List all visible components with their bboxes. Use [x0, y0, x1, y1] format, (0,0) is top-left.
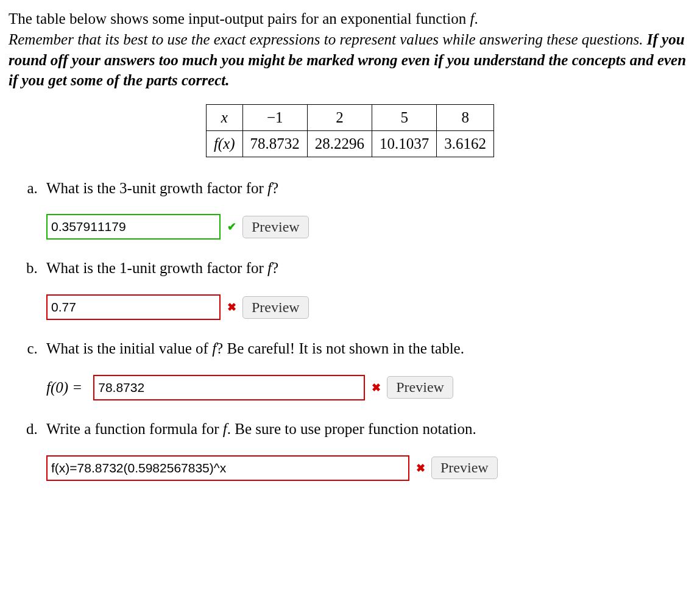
- question-d: Write a function formula for f. Be sure …: [41, 419, 691, 481]
- answer-input-b[interactable]: [46, 294, 221, 320]
- question-b: What is the 1-unit growth factor for f? …: [41, 258, 691, 320]
- table-val-3: 3.6162: [437, 130, 494, 157]
- preview-button[interactable]: Preview: [242, 216, 309, 238]
- preview-button[interactable]: Preview: [242, 296, 309, 319]
- preview-button[interactable]: Preview: [387, 376, 453, 399]
- x-icon: ✖: [225, 301, 238, 313]
- answer-row-b: ✖ Preview: [46, 294, 691, 320]
- question-d-text: Write a function formula for: [46, 421, 223, 437]
- question-c-hint: Be careful! It is not shown in the table…: [227, 340, 464, 357]
- preview-button[interactable]: Preview: [431, 457, 498, 479]
- question-c-text: What is the initial value of: [46, 340, 212, 357]
- question-b-text: What is the 1-unit growth factor for: [46, 260, 267, 276]
- answer-row-d: ✖ Preview: [46, 455, 691, 481]
- x-icon: ✖: [414, 462, 426, 474]
- table-val-0: 78.8732: [242, 130, 307, 157]
- question-c: What is the initial value of f? Be caref…: [41, 338, 691, 400]
- question-a: What is the 3-unit growth factor for f? …: [41, 178, 691, 240]
- answer-row-c: f(0) = ✖ Preview: [46, 375, 691, 400]
- f0-label: f(0) =: [46, 377, 82, 398]
- answer-input-a[interactable]: [46, 214, 221, 240]
- question-a-text: What is the 3-unit growth factor for: [46, 180, 267, 196]
- table-col-1: 2: [307, 105, 372, 131]
- table-header-fx: f(x): [206, 130, 242, 157]
- table-val-1: 28.2296: [307, 130, 372, 157]
- intro-text: The table below shows some input-output …: [9, 9, 691, 91]
- intro-line2: Remember that its best to use the exact …: [9, 31, 647, 48]
- table-row: f(x) 78.8732 28.2296 10.1037 3.6162: [206, 130, 493, 157]
- x-icon: ✖: [370, 382, 382, 394]
- data-table-wrap: x −1 2 5 8 f(x) 78.8732 28.2296 10.1037 …: [9, 104, 691, 157]
- check-icon: ✔: [225, 221, 238, 233]
- answer-input-c[interactable]: [93, 375, 365, 400]
- table-header-x: x: [206, 105, 242, 131]
- answer-input-d[interactable]: [46, 455, 409, 481]
- table-val-2: 10.1037: [372, 130, 437, 157]
- intro-line1: The table below shows some input-output …: [9, 10, 470, 27]
- answer-row-a: ✔ Preview: [46, 214, 691, 240]
- data-table: x −1 2 5 8 f(x) 78.8732 28.2296 10.1037 …: [206, 104, 494, 157]
- table-col-2: 5: [372, 105, 437, 131]
- table-col-0: −1: [242, 105, 307, 131]
- table-col-3: 8: [437, 105, 494, 131]
- table-row: x −1 2 5 8: [206, 105, 493, 131]
- question-list: What is the 3-unit growth factor for f? …: [9, 178, 691, 481]
